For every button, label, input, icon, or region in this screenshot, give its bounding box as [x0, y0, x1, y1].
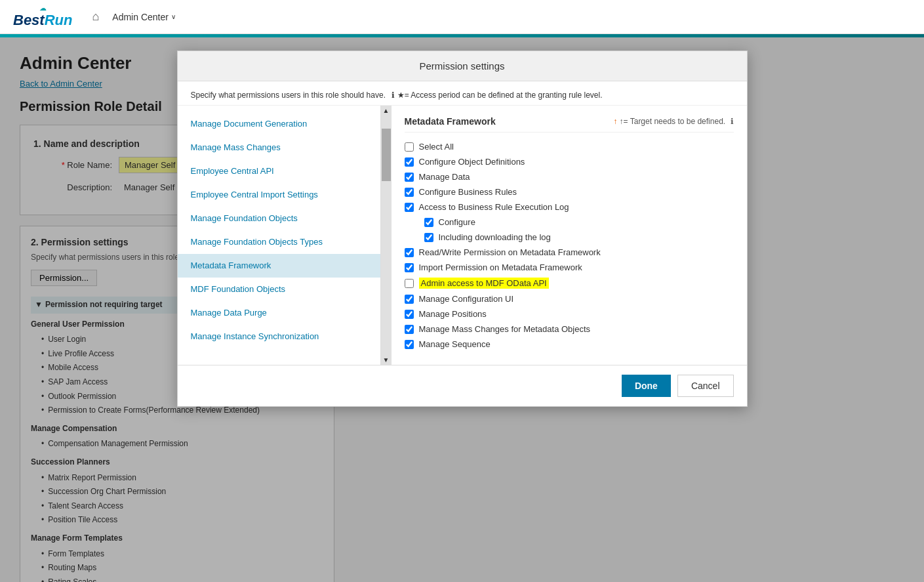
home-icon[interactable]: ⌂	[92, 10, 99, 24]
perm-label-12: Manage Sequence	[419, 339, 491, 349]
perm-label-6: Read/Write Permission on Metadata Framew…	[419, 247, 601, 257]
perm-row-5: Including downloading the log	[424, 232, 734, 242]
info-icon-right: ℹ	[731, 117, 734, 126]
left-panel-item-data-purge[interactable]: Manage Data Purge	[178, 301, 380, 325]
perm-checkbox-11[interactable]	[405, 325, 414, 334]
right-panel-header: Metadata Framework ↑ ↑= Target needs to …	[405, 116, 734, 133]
info-icon: ℹ	[392, 91, 395, 100]
modal-overlay: Permission settings Specify what permiss…	[0, 37, 924, 582]
select-all-row: Select All	[405, 142, 734, 152]
select-all-checkbox[interactable]	[405, 142, 414, 152]
scroll-up-btn[interactable]: ▲	[382, 106, 391, 115]
left-panel-item-foundation[interactable]: Manage Foundation Objects	[178, 207, 380, 230]
right-panel: Metadata Framework ↑ ↑= Target needs to …	[392, 106, 747, 365]
modal-footer: Done Cancel	[178, 365, 747, 406]
left-panel-item-ec-api[interactable]: Employee Central API	[178, 159, 380, 183]
modal-header: Permission settings	[178, 51, 747, 81]
left-panel-item-ec-import[interactable]: Employee Central Import Settings	[178, 183, 380, 207]
target-note: ↑ ↑= Target needs to be defined. ℹ	[613, 117, 733, 126]
perm-row-10: Manage Positions	[405, 309, 734, 319]
cancel-button[interactable]: Cancel	[677, 375, 734, 397]
perm-label-5: Including downloading the log	[439, 232, 551, 242]
left-panel-item-metadata[interactable]: Metadata Framework	[178, 254, 380, 278]
perm-label-0: Configure Object Definitions	[419, 157, 525, 167]
perm-checkbox-5[interactable]	[424, 233, 433, 242]
perm-checkbox-7[interactable]	[405, 263, 414, 272]
perm-row-11: Manage Mass Changes for Metadata Objects	[405, 324, 734, 334]
perm-label-9: Manage Configuration UI	[419, 294, 514, 304]
main-content: Admin Center Back to Admin Center Permis…	[0, 37, 924, 582]
modal-info-bar: Specify what permissions users in this r…	[178, 81, 747, 106]
scroll-thumb[interactable]	[382, 129, 391, 181]
permission-settings-modal: Permission settings Specify what permiss…	[177, 51, 748, 407]
top-navigation: ☁ BestRun ⌂ Admin Center ∨	[0, 0, 924, 34]
admin-center-nav[interactable]: Admin Center ∨	[112, 12, 176, 22]
perm-checkbox-3[interactable]	[405, 203, 414, 212]
select-all-label: Select All	[419, 142, 454, 152]
right-panel-title: Metadata Framework	[405, 116, 496, 127]
perm-checkbox-2[interactable]	[405, 188, 414, 197]
perm-row-3: Access to Business Rule Execution Log	[405, 202, 734, 212]
perm-label-11: Manage Mass Changes for Metadata Objects	[419, 324, 591, 334]
perm-checkbox-9[interactable]	[405, 295, 414, 304]
perm-row-2: Configure Business Rules	[405, 187, 734, 197]
modal-body: Manage Document Generation Manage Mass C…	[178, 106, 747, 365]
perm-checkbox-0[interactable]	[405, 157, 414, 167]
perm-row-1: Manage Data	[405, 172, 734, 182]
scroll-down-btn[interactable]: ▼	[382, 355, 391, 365]
left-panel-item-mdf[interactable]: MDF Foundation Objects	[178, 278, 380, 301]
left-panel-item-foundation-types[interactable]: Manage Foundation Objects Types	[178, 230, 380, 254]
perm-row-0: Configure Object Definitions	[405, 157, 734, 167]
perm-checkbox-8[interactable]	[405, 279, 414, 288]
done-button[interactable]: Done	[622, 375, 671, 397]
logo-text: BestRun	[13, 12, 72, 29]
left-panel-item-manage-mass[interactable]: Manage Mass Changes	[178, 136, 380, 159]
logo: ☁ BestRun	[13, 5, 72, 29]
perm-checkbox-10[interactable]	[405, 310, 414, 319]
perm-checkbox-1[interactable]	[405, 173, 414, 182]
perm-checkbox-12[interactable]	[405, 340, 414, 349]
perm-label-8: Admin access to MDF OData API	[419, 278, 549, 289]
perm-row-4: Configure	[424, 217, 734, 227]
perm-row-12: Manage Sequence	[405, 339, 734, 349]
perm-label-2: Configure Business Rules	[419, 187, 517, 197]
chevron-down-icon: ∨	[171, 13, 176, 20]
perm-label-10: Manage Positions	[419, 309, 487, 319]
left-panel-item-manage-doc[interactable]: Manage Document Generation	[178, 112, 380, 136]
perm-row-6: Read/Write Permission on Metadata Framew…	[405, 247, 734, 257]
arrow-icon: ↑	[613, 117, 617, 126]
perm-label-4: Configure	[439, 217, 475, 227]
perm-label-1: Manage Data	[419, 172, 470, 182]
perm-checkbox-4[interactable]	[424, 218, 433, 227]
left-panel: Manage Document Generation Manage Mass C…	[178, 106, 381, 355]
perm-row-9: Manage Configuration UI	[405, 294, 734, 304]
left-scrollbar[interactable]: ▲ ▼	[381, 106, 392, 365]
perm-label-7: Import Permission on Metadata Framework	[419, 262, 582, 272]
perm-label-3: Access to Business Rule Execution Log	[419, 202, 569, 212]
modal-content-wrapper: Specify what permissions users in this r…	[178, 81, 747, 365]
perm-row-7: Import Permission on Metadata Framework	[405, 262, 734, 272]
perm-row-8: Admin access to MDF OData API	[405, 278, 734, 289]
perm-checkbox-6[interactable]	[405, 248, 414, 257]
nav-items: ⌂ Admin Center ∨	[92, 10, 175, 24]
left-panel-item-instance-sync[interactable]: Manage Instance Synchronization	[178, 325, 380, 348]
